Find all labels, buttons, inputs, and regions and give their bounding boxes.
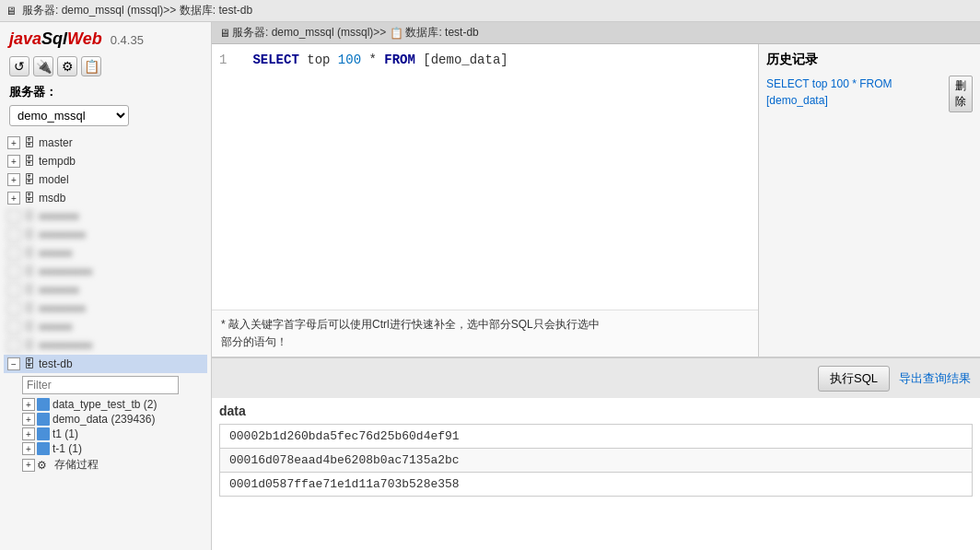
expand-table-3[interactable]: +	[22, 427, 35, 440]
tree-item-testdb[interactable]: − 🗄 test-db	[4, 355, 207, 373]
results-label: data	[219, 404, 973, 418]
tree-item-blurred-2: + 🗄 ■■■■■■■	[4, 226, 207, 244]
tree-item-master[interactable]: + 🗄 master	[4, 134, 207, 152]
hint-area: * 敲入关键字首字母后可以使用Ctrl进行快速补全，选中部分SQL只会执行选中部…	[212, 310, 758, 357]
keyword-top: top	[307, 53, 330, 67]
tree-item-msdb[interactable]: + 🗄 msdb	[4, 189, 207, 207]
server-select-wrapper: demo_mssql	[0, 102, 211, 132]
refresh-button[interactable]: ↺	[9, 56, 29, 76]
db-icon-model: 🗄	[22, 172, 37, 187]
keyword-select: SELECT	[252, 53, 298, 67]
db-icon-tempdb: 🗄	[22, 154, 37, 169]
history-entry-1: SELECT top 100 * FROM[demo_data] 删除	[766, 76, 973, 112]
tree-item-blurred-6: + 🗄 ■■■■■■■	[4, 299, 207, 318]
expand-table-4[interactable]: +	[22, 442, 35, 455]
tree-item-blurred-8: + 🗄 ■■■■■■■■	[4, 336, 207, 355]
app-title-row: javaSqlWeb 0.4.35	[9, 29, 202, 49]
history-title: 历史记录	[766, 52, 973, 68]
stored-procs-item[interactable]: + ⚙ 存储过程	[18, 456, 207, 474]
results-area: data 00002b1d260bda5fec76d25b60d4ef91000…	[212, 398, 980, 550]
app-title: javaSqlWeb	[9, 29, 107, 48]
table-icon-3	[37, 427, 50, 440]
history-sql-1[interactable]: SELECT top 100 * FROM[demo_data]	[766, 76, 945, 109]
content-area: 🖥 服务器: demo_mssql (mssql)>> 📋 数据库: test-…	[212, 22, 980, 550]
breadcrumb: 🖥 服务器: demo_mssql (mssql)>> 📋 数据库: test-…	[212, 22, 980, 44]
titlebar-text: 服务器: demo_mssql (mssql)>> 数据库: test-db	[22, 3, 252, 18]
expand-model[interactable]: +	[7, 173, 20, 186]
titlebar-icon1: 🖥	[6, 5, 17, 18]
hint-text: * 敲入关键字首字母后可以使用Ctrl进行快速补全，选中部分SQL只会执行选中部…	[221, 318, 600, 348]
table-item-demo-data[interactable]: + demo_data (239436)	[18, 412, 207, 427]
expand-msdb[interactable]: +	[7, 192, 20, 205]
code-line-1: 1 SELECT top 100 * FROM [demo_data]	[219, 50, 751, 70]
breadcrumb-server: 服务器: demo_mssql (mssql)>>	[232, 25, 386, 41]
table-row[interactable]: 00016d078eaad4be6208b0ac7135a2bc	[220, 449, 973, 473]
table-icon-1	[37, 398, 50, 411]
tree-area[interactable]: + 🗄 master + 🗄 tempdb + 🗄 model + 🗄 msdb	[0, 132, 211, 550]
breadcrumb-icon: 🖥	[219, 27, 230, 40]
expand-testdb[interactable]: −	[7, 357, 20, 370]
main-layout: javaSqlWeb 0.4.35 ↺ 🔌 ⚙ 📋 服务器： demo_mssq…	[0, 22, 980, 550]
expand-procs[interactable]: +	[22, 459, 35, 472]
sidebar-header: javaSqlWeb 0.4.35	[0, 22, 211, 53]
db-icon-msdb: 🗄	[22, 191, 37, 205]
table-row[interactable]: 00002b1d260bda5fec76d25b60d4ef91	[220, 425, 973, 449]
server-select[interactable]: demo_mssql	[9, 105, 129, 126]
sql-table: [demo_data]	[423, 53, 508, 67]
export-results-button[interactable]: 导出查询结果	[899, 370, 971, 387]
db-icon-testdb: 🗄	[22, 357, 37, 371]
table-row[interactable]: 0001d0587ffae71e1d11a703b528e358	[220, 473, 973, 497]
keyword-100: 100	[338, 53, 361, 67]
sidebar-icons: ↺ 🔌 ⚙ 📋	[0, 53, 211, 82]
sql-star: *	[368, 53, 376, 67]
expand-table-2[interactable]: +	[22, 413, 35, 426]
breadcrumb-db: 数据库: test-db	[405, 25, 478, 41]
editor-history-split: 1 SELECT top 100 * FROM [demo_data]	[212, 44, 980, 357]
expand-table-1[interactable]: +	[22, 398, 35, 411]
breadcrumb-icon2: 📋	[390, 27, 403, 40]
table-item-t1[interactable]: + t1 (1)	[18, 427, 207, 441]
expand-master[interactable]: +	[7, 136, 20, 149]
expand-tempdb[interactable]: +	[7, 155, 20, 168]
info-button[interactable]: 📋	[81, 56, 101, 76]
app-version: 0.4.35	[111, 33, 144, 47]
table-item-data-type-test[interactable]: + data_type_test_tb (2)	[18, 397, 207, 412]
keyword-from: FROM	[384, 53, 415, 67]
tree-item-blurred-5: + 🗄 ■■■■■■	[4, 281, 207, 299]
code-editor[interactable]: 1 SELECT top 100 * FROM [demo_data]	[212, 44, 758, 310]
line-number-1: 1	[219, 50, 234, 70]
testdb-children: + data_type_test_tb (2) + demo_data (239…	[4, 373, 207, 474]
tree-item-blurred-1: + 🗄 ■■■■■■	[4, 207, 207, 226]
editor-pane: 1 SELECT top 100 * FROM [demo_data]	[212, 44, 759, 357]
tree-item-blurred-3: + 🗄 ■■■■■	[4, 244, 207, 263]
tree-item-blurred-4: + 🗄 ■■■■■■■■	[4, 263, 207, 281]
server-label: 服务器：	[0, 82, 211, 102]
table-icon-2	[37, 413, 50, 426]
proc-icon: ⚙	[37, 459, 52, 472]
results-table: 00002b1d260bda5fec76d25b60d4ef9100016d07…	[219, 424, 973, 497]
tree-item-model[interactable]: + 🗄 model	[4, 170, 207, 189]
history-delete-1[interactable]: 删除	[949, 76, 973, 112]
settings-button[interactable]: ⚙	[57, 56, 77, 76]
history-panel: 历史记录 SELECT top 100 * FROM[demo_data] 删除	[759, 44, 980, 357]
sidebar: javaSqlWeb 0.4.35 ↺ 🔌 ⚙ 📋 服务器： demo_mssq…	[0, 22, 212, 550]
table-filter-input[interactable]	[22, 376, 179, 394]
tree-item-blurred-7: + 🗄 ■■■■■	[4, 318, 207, 336]
table-item-t-1[interactable]: + t-1 (1)	[18, 441, 207, 456]
exec-sql-button[interactable]: 执行SQL	[818, 366, 890, 392]
db-icon-master: 🗄	[22, 135, 37, 150]
titlebar: 🖥 服务器: demo_mssql (mssql)>> 数据库: test-db	[0, 0, 980, 22]
toolbar-row: 执行SQL 导出查询结果	[212, 357, 980, 398]
table-icon-4	[37, 442, 50, 455]
connect-button[interactable]: 🔌	[33, 56, 53, 76]
tree-item-tempdb[interactable]: + 🗄 tempdb	[4, 152, 207, 170]
